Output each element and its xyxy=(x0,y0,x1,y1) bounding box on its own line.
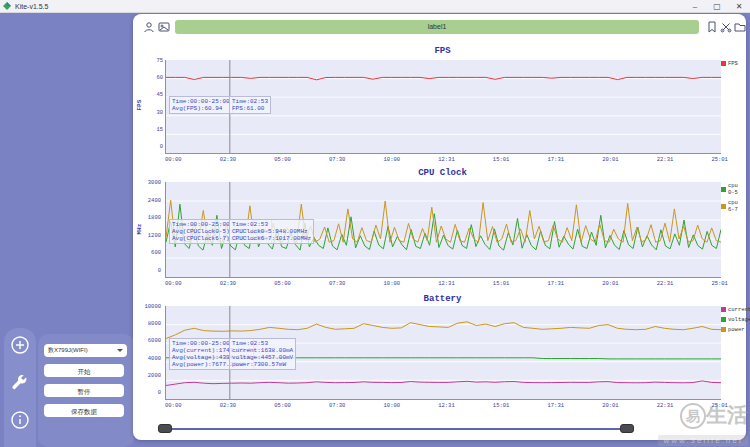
y-tick-label: 3000 xyxy=(141,179,161,186)
y-tick-label: 1200 xyxy=(141,232,161,239)
x-tick-label: 02:30 xyxy=(220,280,237,287)
fps-chart-title: FPS xyxy=(165,46,720,56)
window-title: Kite-v1.5.5 xyxy=(15,3,48,10)
maximize-button[interactable]: ▢ xyxy=(706,1,728,12)
x-tick-label: 12:31 xyxy=(438,402,455,409)
legend-label: cpu 0-5 xyxy=(728,182,747,196)
legend-label: voltage xyxy=(728,316,750,323)
fps-range-tooltip: Time:00:00-25:00 Avg(FPS):60.94 xyxy=(169,96,233,114)
x-tick-label: 25:01 xyxy=(711,280,728,287)
y-tick-label: 0 xyxy=(143,143,163,150)
x-tick-label: 22:31 xyxy=(657,156,674,163)
x-tick-label: 17:31 xyxy=(547,280,564,287)
window-titlebar: Kite-v1.5.5 – ▢ ✕ xyxy=(0,0,750,13)
battery-chart-title: Battery xyxy=(165,294,720,304)
cpu-plot-area[interactable]: Time:00:00-25:00 Avg(CPUClock0-5):1127.0… xyxy=(165,182,721,278)
time-range-handle-right[interactable] xyxy=(620,424,634,433)
fps-plot-area[interactable]: Time:00:00-25:00 Avg(FPS):60.94 Time:02:… xyxy=(165,60,721,154)
battery-point-tooltip: Time:02:53 current:1638.00mA voltage:445… xyxy=(229,338,296,370)
x-tick-label: 12:31 xyxy=(438,280,455,287)
save-data-button[interactable]: 保存数据 xyxy=(44,404,124,417)
y-tick-label: 60 xyxy=(143,74,163,81)
left-toolbar-rail xyxy=(4,328,36,447)
main-panel: label1 FPS FPS 75 60 45 30 15 0 Time:00:… xyxy=(133,14,746,440)
x-tick-label: 15:01 xyxy=(493,156,510,163)
y-tick-label: 45 xyxy=(143,91,163,98)
info-button[interactable] xyxy=(9,409,31,431)
label-field[interactable]: label1 xyxy=(175,20,699,34)
fps-y-axis-label: FPS xyxy=(136,101,143,111)
x-tick-label: 25:01 xyxy=(711,402,728,409)
x-tick-label: 15:01 xyxy=(493,402,510,409)
x-tick-label: 05:00 xyxy=(274,280,291,287)
x-tick-label: 17:31 xyxy=(547,402,564,409)
x-tick-label: 22:31 xyxy=(657,280,674,287)
x-tick-label: 10:00 xyxy=(384,156,401,163)
cpu-chart-title: CPU Clock xyxy=(165,168,720,178)
y-tick-label: 1800 xyxy=(141,214,161,221)
legend-swatch xyxy=(721,307,726,312)
y-tick-label: 10000 xyxy=(141,303,161,310)
x-tick-label: 00:00 xyxy=(165,280,182,287)
y-tick-label: 0 xyxy=(141,267,161,274)
app-window: Kite-v1.5.5 – ▢ ✕ label1 FPS FPS 75 xyxy=(0,0,750,447)
x-tick-label: 07:30 xyxy=(329,402,346,409)
close-button[interactable]: ✕ xyxy=(728,1,750,12)
y-tick-label: 2400 xyxy=(141,197,161,204)
legend-item-current[interactable]: current xyxy=(721,306,747,313)
x-tick-label: 05:00 xyxy=(274,402,291,409)
cpu-point-tooltip: Time:02:53 CPUClock0-5:948.00MHz CPUCloc… xyxy=(229,219,314,244)
x-tick-label: 02:30 xyxy=(220,156,237,163)
x-tick-label: 00:00 xyxy=(165,156,182,163)
time-range-slider-rail[interactable] xyxy=(163,428,627,430)
screenshot-icon[interactable] xyxy=(158,21,170,33)
app-logo-icon xyxy=(3,2,11,10)
x-tick-label: 15:01 xyxy=(493,280,510,287)
legend-item-voltage[interactable]: voltage xyxy=(721,316,747,323)
x-tick-label: 02:30 xyxy=(220,402,237,409)
legend-item-fps[interactable]: FPS xyxy=(721,60,747,67)
legend-item-cpu05[interactable]: cpu 0-5 xyxy=(721,182,747,196)
x-tick-label: 07:30 xyxy=(329,156,346,163)
user-icon[interactable] xyxy=(143,21,155,33)
wrench-icon[interactable] xyxy=(9,372,31,394)
legend-swatch xyxy=(721,187,726,192)
y-tick-label: 75 xyxy=(143,57,163,64)
folder-icon[interactable] xyxy=(734,21,746,33)
legend-item-power[interactable]: power xyxy=(721,326,747,333)
x-tick-label: 25:01 xyxy=(711,156,728,163)
x-tick-label: 17:31 xyxy=(547,156,564,163)
legend-label: power xyxy=(728,326,745,333)
legend-swatch xyxy=(721,204,726,209)
start-button[interactable]: 开始 xyxy=(44,364,124,377)
battery-x-ticks: 00:00 02:30 05:00 07:30 10:00 12:31 15:0… xyxy=(165,402,728,409)
y-tick-label: 4000 xyxy=(141,355,161,362)
x-tick-label: 00:00 xyxy=(165,402,182,409)
battery-legend: current voltage power xyxy=(721,306,747,336)
battery-plot-area[interactable]: Time:00:00-25:00 Avg(current):1747.05mA … xyxy=(165,306,721,400)
device-select-value: 数X799J(WIFI) xyxy=(48,344,88,357)
device-select[interactable]: 数X799J(WIFI) xyxy=(44,344,127,357)
cpu-y-ticks: 3000 2400 1800 1200 600 0 xyxy=(141,179,161,274)
bookmark-icon[interactable] xyxy=(706,21,718,33)
scissors-icon[interactable] xyxy=(720,21,732,33)
fps-x-ticks: 00:00 02:30 05:00 07:30 10:00 12:31 15:0… xyxy=(165,156,728,163)
y-tick-label: 8000 xyxy=(141,320,161,327)
y-tick-label: 30 xyxy=(143,109,163,116)
y-tick-label: 2000 xyxy=(141,372,161,379)
legend-label: current xyxy=(728,306,750,313)
x-tick-label: 20:01 xyxy=(602,280,619,287)
add-button[interactable] xyxy=(9,334,31,356)
x-tick-label: 10:00 xyxy=(384,402,401,409)
legend-swatch xyxy=(721,317,726,322)
legend-item-cpu67[interactable]: cpu 6-7 xyxy=(721,199,747,213)
time-range-handle-left[interactable] xyxy=(158,424,172,433)
x-tick-label: 20:01 xyxy=(602,156,619,163)
legend-swatch xyxy=(721,61,726,66)
y-tick-label: 6000 xyxy=(141,337,161,344)
x-tick-label: 07:30 xyxy=(329,280,346,287)
cpu-x-ticks: 00:00 02:30 05:00 07:30 10:00 12:31 15:0… xyxy=(165,280,728,287)
minimize-button[interactable]: – xyxy=(684,1,706,12)
pause-button[interactable]: 暂停 xyxy=(44,384,124,397)
legend-label: cpu 6-7 xyxy=(728,199,747,213)
